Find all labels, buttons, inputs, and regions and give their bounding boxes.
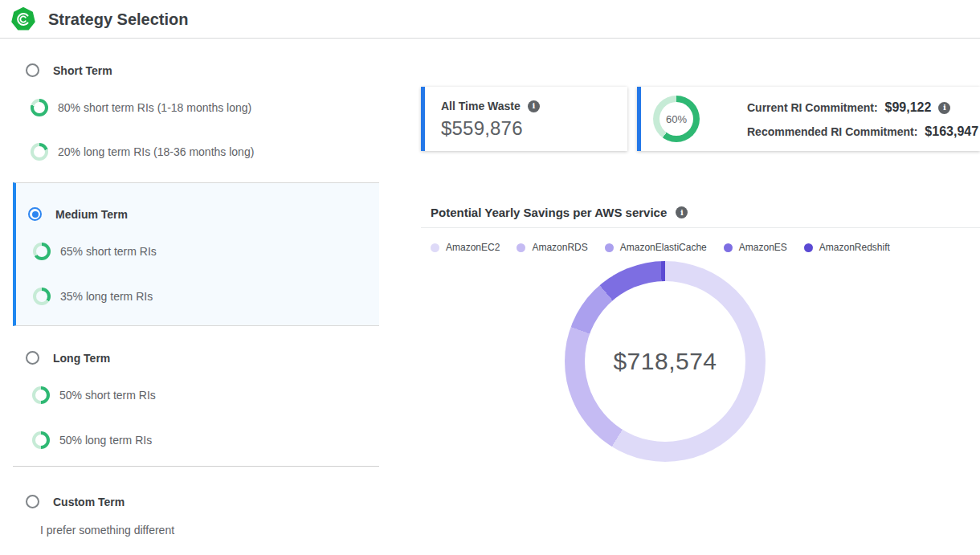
option-detail-row: 50% long term RIs <box>32 431 152 449</box>
option-label: Short Term <box>53 64 112 77</box>
page-title: Strategy Selection <box>48 0 189 39</box>
option-long-term[interactable]: Long Term <box>26 351 110 365</box>
option-label: Custom Term <box>53 496 125 508</box>
radio-short-term[interactable] <box>26 63 39 77</box>
strategy-selection-page: Strategy Selection Short Term 80% short … <box>0 0 980 555</box>
ri-split-label: 50% long term RIs <box>59 434 152 447</box>
legend-label: AmazonEC2 <box>446 242 500 253</box>
option-detail-row: 50% short term RIs <box>32 386 156 404</box>
ri-split-donut-icon <box>31 143 48 161</box>
gauge-percent-label: 60% <box>666 113 687 125</box>
legend-dot-icon <box>804 243 813 252</box>
ri-split-donut-icon <box>33 243 51 260</box>
legend-item-amazonelasticache[interactable]: AmazonElastiCache <box>605 242 707 253</box>
ri-split-label: 50% short term RIs <box>59 389 156 402</box>
legend-label: AmazonElastiCache <box>620 242 707 253</box>
recommended-ri-commitment-row: Recommended RI Commitment: $163,947 <box>747 124 980 139</box>
waste-card-label: All Time Waste <box>441 100 521 112</box>
legend-dot-icon <box>517 243 525 252</box>
option-detail-row: 80% short term RIs (1-18 months long) <box>31 99 251 116</box>
all-time-waste-card: All Time Waste $559,876 <box>421 87 627 151</box>
info-icon[interactable] <box>528 100 540 112</box>
legend-label: AmazonRDS <box>532 242 587 253</box>
option-detail-row: 35% long term RIs <box>33 288 153 305</box>
option-detail-row: 20% long term RIs (18-36 months long) <box>31 143 254 161</box>
option-label: Long Term <box>53 352 110 365</box>
info-icon[interactable] <box>938 102 950 114</box>
savings-donut-chart: $718,574 <box>565 261 766 462</box>
ri-split-donut-icon <box>32 431 50 449</box>
option-label: Medium Term <box>55 208 128 221</box>
page-header: Strategy Selection <box>0 0 980 39</box>
ri-split-label: 80% short term RIs (1-18 months long) <box>58 101 251 114</box>
recommended-ri-value: $163,947 <box>925 124 978 139</box>
legend-item-amazonec2[interactable]: AmazonEC2 <box>431 242 500 253</box>
savings-chart-header: Potential Yearly Savings per AWS service <box>431 206 688 219</box>
option-medium-term[interactable]: Medium Term <box>28 207 128 221</box>
legend-dot-icon <box>724 243 733 252</box>
option-detail-row: 65% short term RIs <box>33 243 157 260</box>
chart-divider <box>421 227 980 228</box>
info-icon[interactable] <box>676 206 688 218</box>
radio-medium-term[interactable] <box>28 207 42 221</box>
ri-split-donut-icon <box>33 288 51 305</box>
legend-dot-icon <box>605 243 614 252</box>
legend-label: AmazonES <box>739 242 787 253</box>
ri-commitment-card: 60% Current RI Commitment: $99,122 Recom… <box>637 87 980 151</box>
savings-chart-title: Potential Yearly Savings per AWS service <box>431 206 667 219</box>
legend-dot-icon <box>431 243 439 252</box>
ri-split-label: 20% long term RIs (18-36 months long) <box>58 145 254 158</box>
legend-item-amazonrds[interactable]: AmazonRDS <box>517 242 587 253</box>
option-custom-term[interactable]: Custom Term <box>26 495 125 508</box>
legend-label: AmazonRedshift <box>819 242 890 253</box>
ri-split-donut-icon <box>31 99 48 116</box>
ri-split-donut-icon <box>32 386 50 404</box>
ri-split-label: 65% short term RIs <box>60 245 157 258</box>
option-short-term[interactable]: Short Term <box>26 63 112 77</box>
custom-term-description: I prefer something different <box>40 524 174 537</box>
commitment-gauge-donut: 60% <box>653 96 700 142</box>
radio-custom-term[interactable] <box>26 495 39 508</box>
savings-chart-legend: AmazonEC2 AmazonRDS AmazonElastiCache Am… <box>431 242 890 253</box>
legend-item-amazonredshift[interactable]: AmazonRedshift <box>804 242 890 253</box>
radio-long-term[interactable] <box>26 351 39 365</box>
legend-item-amazones[interactable]: AmazonES <box>724 242 787 253</box>
waste-card-value: $559,876 <box>441 117 523 140</box>
current-ri-label: Current RI Commitment: <box>747 101 878 114</box>
savings-total-value: $718,574 <box>613 348 717 375</box>
cloudability-logo-icon <box>11 7 35 31</box>
recommended-ri-label: Recommended RI Commitment: <box>747 125 917 138</box>
section-divider <box>13 466 379 467</box>
current-ri-value: $99,122 <box>885 100 932 115</box>
ri-split-label: 35% long term RIs <box>60 290 153 303</box>
current-ri-commitment-row: Current RI Commitment: $99,122 <box>747 100 950 115</box>
